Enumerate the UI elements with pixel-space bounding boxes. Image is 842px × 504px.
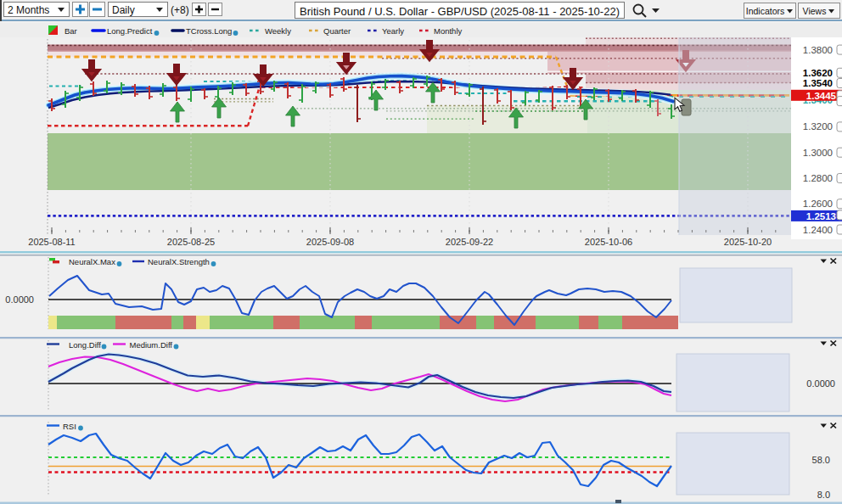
svg-text:RSI: RSI [63,422,76,431]
svg-text:Bar: Bar [65,26,77,36]
svg-text:2025-08-11: 2025-08-11 [28,237,75,247]
svg-text:NeuralX.Max: NeuralX.Max [69,257,115,266]
svg-text:2025-10-20: 2025-10-20 [724,237,772,247]
svg-text:Yearly: Yearly [382,26,404,36]
svg-text:Weekly: Weekly [265,26,291,36]
svg-text:0.0000: 0.0000 [5,294,34,305]
svg-text:1.3000: 1.3000 [803,148,833,158]
svg-text:1.2400: 1.2400 [803,225,833,235]
svg-text:Monthly: Monthly [434,26,463,36]
svg-text:2025-10-06: 2025-10-06 [585,237,632,247]
svg-text:2025-09-08: 2025-09-08 [306,237,354,247]
svg-text:8.0: 8.0 [817,490,830,500]
svg-text:2025-08-25: 2025-08-25 [167,237,215,247]
svg-text:NeuralX.Strength: NeuralX.Strength [148,257,210,266]
svg-text:1.3200: 1.3200 [803,121,833,132]
svg-text:1.3540: 1.3540 [803,78,833,88]
svg-text:1.2800: 1.2800 [803,173,833,183]
svg-text:1.3800: 1.3800 [803,45,833,55]
svg-text:Long.Diff: Long.Diff [69,340,101,350]
svg-text:Medium.Diff: Medium.Diff [130,340,173,350]
svg-text:1.2600: 1.2600 [803,199,833,209]
svg-text:Long.Predict: Long.Predict [107,26,153,36]
svg-text:1.3445: 1.3445 [806,91,837,101]
svg-text:TCross.Long: TCross.Long [186,26,232,36]
svg-text:1.3620: 1.3620 [803,68,833,78]
svg-text:0.0000: 0.0000 [806,378,835,389]
svg-text:Quarter: Quarter [323,26,351,36]
svg-text:58.0: 58.0 [812,455,830,465]
svg-text:1.2513: 1.2513 [806,211,836,221]
svg-text:2025-09-22: 2025-09-22 [446,237,493,247]
